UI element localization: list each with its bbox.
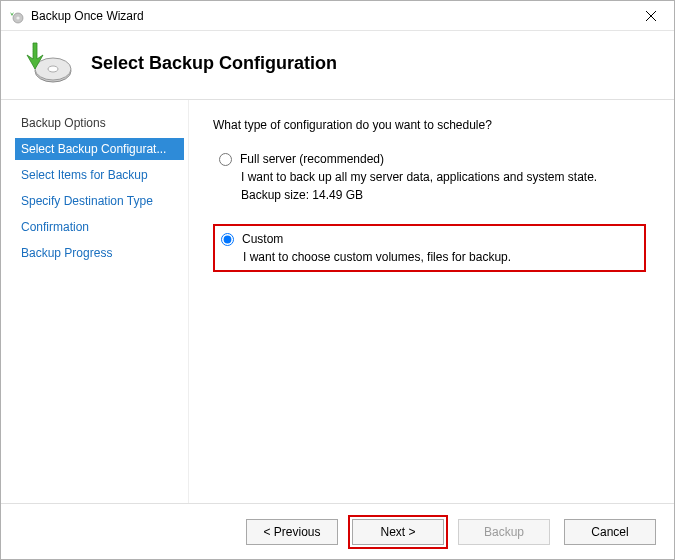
svg-point-1 [16, 16, 19, 19]
radio-custom[interactable] [221, 233, 234, 246]
window-title: Backup Once Wizard [31, 9, 628, 23]
page-title: Select Backup Configuration [91, 53, 337, 74]
svg-point-6 [48, 66, 58, 72]
radio-full-server[interactable] [219, 153, 232, 166]
step-backup-progress[interactable]: Backup Progress [15, 242, 184, 264]
option-full-server-description: I want to back up all my server data, ap… [241, 170, 640, 184]
config-question: What type of configuration do you want t… [213, 118, 646, 132]
option-custom[interactable]: Custom I want to choose custom volumes, … [213, 224, 646, 272]
wizard-header: Select Backup Configuration [1, 31, 674, 100]
previous-button[interactable]: < Previous [246, 519, 338, 545]
cancel-button[interactable]: Cancel [564, 519, 656, 545]
backup-disc-icon [21, 41, 73, 85]
titlebar: Backup Once Wizard [1, 1, 674, 31]
step-specify-destination-type[interactable]: Specify Destination Type [15, 190, 184, 212]
next-button[interactable]: Next > [352, 519, 444, 545]
wizard-window: Backup Once Wizard Select Backup Configu… [0, 0, 675, 560]
steps-sidebar: Backup Options Select Backup Configurat.… [1, 100, 189, 503]
option-custom-description: I want to choose custom volumes, files f… [243, 250, 638, 264]
step-backup-options[interactable]: Backup Options [15, 112, 184, 134]
step-confirmation[interactable]: Confirmation [15, 216, 184, 238]
backup-button: Backup [458, 519, 550, 545]
wizard-footer: < Previous Next > Backup Cancel [1, 503, 674, 559]
app-icon [9, 8, 25, 24]
option-custom-label: Custom [242, 232, 283, 246]
content-pane: What type of configuration do you want t… [189, 100, 674, 503]
option-full-server-label: Full server (recommended) [240, 152, 384, 166]
close-icon [646, 11, 656, 21]
close-button[interactable] [628, 1, 674, 30]
step-select-backup-configuration[interactable]: Select Backup Configurat... [15, 138, 184, 160]
wizard-body: Backup Options Select Backup Configurat.… [1, 100, 674, 503]
option-full-server[interactable]: Full server (recommended) I want to back… [213, 148, 646, 206]
option-full-server-size: Backup size: 14.49 GB [241, 188, 640, 202]
step-select-items-for-backup[interactable]: Select Items for Backup [15, 164, 184, 186]
